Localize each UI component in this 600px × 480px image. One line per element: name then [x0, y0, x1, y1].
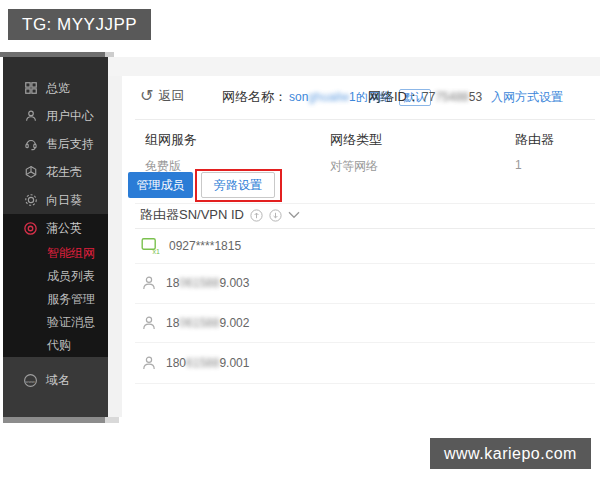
shell-icon — [23, 165, 38, 180]
sidebar-item-label: 花生壳 — [46, 164, 82, 181]
sidebar-sub-purchase[interactable]: 代购 — [3, 334, 108, 357]
sidebar-item-label: 域名 — [46, 372, 70, 389]
sidebar-item-dandelion[interactable]: 蒲公英 — [3, 214, 108, 242]
router-count: 1 — [515, 158, 554, 172]
member-id-prefix: 18 — [166, 276, 179, 290]
sidebar-item-overview[interactable]: 总览 — [3, 74, 108, 102]
watermark-bottom: www.kariepo.com — [430, 438, 591, 469]
sidebar-sub-service-mgmt[interactable]: 服务管理 — [3, 288, 108, 311]
back-label: 返回 — [158, 87, 184, 105]
circle-down-icon[interactable] — [269, 209, 282, 222]
join-settings-link[interactable]: 入网方式设置 — [491, 89, 563, 106]
sidebar-item-label: 总览 — [46, 80, 70, 97]
back-button[interactable]: ↺ 返回 — [140, 87, 184, 105]
sidebar-item-sunflower[interactable]: 向日葵 — [3, 186, 108, 214]
info-col-service: 组网服务 免费版 — [145, 131, 197, 175]
sidebar-item-label: 用户中心 — [46, 108, 94, 125]
page-left-strip — [108, 76, 122, 417]
page-top-band — [108, 57, 600, 76]
sidebar-item-domain[interactable]: www 域名 — [3, 366, 108, 394]
sidebar-item-peanuthull[interactable]: 花生壳 — [3, 158, 108, 186]
network-id-value: 777548853 — [422, 90, 482, 104]
service-label: 组网服务 — [145, 131, 197, 149]
svg-text:www: www — [26, 378, 36, 383]
member-id-masked: 061588 — [179, 276, 219, 290]
network-id-group: 网络ID： 777548853 入网方式设置 — [368, 88, 563, 106]
sidebar-item-label: 蒲公英 — [46, 220, 82, 237]
gear-icon — [23, 193, 38, 208]
member-id-masked: 61588 — [186, 356, 219, 370]
sidebar-bottom-edge-light — [105, 417, 119, 423]
dandelion-icon — [23, 221, 38, 236]
circle-up-icon[interactable] — [250, 209, 263, 222]
sidebar-dandelion-section: 蒲公英 智能组网 成员列表 服务管理 验证消息 代购 — [3, 214, 108, 357]
watermark-top: TG: MYYJJPP — [8, 9, 151, 40]
user-icon — [23, 109, 38, 124]
sidebar-sub-member-list[interactable]: 成员列表 — [3, 265, 108, 288]
member-id-prefix: 18 — [166, 316, 179, 330]
member-id-suffix: 9.002 — [219, 316, 249, 330]
member-id-suffix: 9.001 — [219, 356, 249, 370]
chevron-down-icon[interactable] — [288, 211, 300, 219]
router-green-icon: x1 — [141, 237, 160, 255]
sidebar-domain-section: www 域名 — [3, 357, 108, 417]
member-id-suffix: 9.003 — [219, 276, 249, 290]
grid-icon — [23, 81, 38, 96]
sidebar-item-label: 售后支持 — [46, 136, 94, 153]
member-id-text: 180615889.001 — [166, 356, 249, 370]
sidebar-item-support[interactable]: 售后支持 — [3, 130, 108, 158]
sidebar-sub-verify-msg[interactable]: 验证消息 — [3, 311, 108, 334]
sidebar-item-user-center[interactable]: 用户中心 — [3, 102, 108, 130]
list-item-router[interactable]: x1 0927****1815 — [135, 229, 600, 263]
network-id-masked: 75488 — [435, 90, 468, 104]
manage-members-button[interactable]: 管理成员 — [128, 172, 193, 198]
network-id-suffix: 53 — [469, 90, 482, 104]
network-id-prefix: 77 — [422, 90, 435, 104]
list-item-member[interactable]: 180615889.002 — [135, 303, 600, 342]
router-sn-header-row: 路由器SN/VPN ID — [140, 206, 300, 224]
router-label: 路由器 — [515, 131, 554, 149]
member-id-text: 180615889.003 — [166, 276, 249, 290]
list-item-member[interactable]: 180615889.003 — [135, 263, 600, 303]
type-value: 对等网络 — [330, 158, 382, 175]
info-col-router: 路由器 1 — [515, 131, 554, 172]
divider — [135, 203, 595, 204]
member-person-icon — [141, 315, 157, 331]
sidebar-bottom-edge — [3, 417, 105, 423]
screenshot-stage: TG: MYYJJPP 总览 用户中心 售后支持 — [0, 0, 600, 480]
bypass-settings-button[interactable]: 旁路设置 — [201, 172, 275, 198]
list-item-member[interactable]: 180615889.001 — [135, 342, 600, 383]
network-name-prefix: son — [289, 90, 308, 104]
info-col-type: 网络类型 对等网络 — [330, 131, 382, 175]
member-id-prefix: 180 — [166, 356, 186, 370]
router-sn-header-label: 路由器SN/VPN ID — [140, 206, 244, 224]
member-id-text: 180615889.002 — [166, 316, 249, 330]
member-person-icon — [141, 355, 157, 371]
svg-text:x1: x1 — [153, 248, 161, 255]
globe-www-icon: www — [23, 373, 38, 388]
type-label: 网络类型 — [330, 131, 382, 149]
headset-icon — [23, 137, 38, 152]
member-person-icon — [141, 275, 157, 291]
undo-back-icon: ↺ — [140, 88, 153, 104]
network-name-masked: ghuailw — [308, 90, 349, 104]
sidebar-sub-smart-network[interactable]: 智能组网 — [3, 242, 108, 265]
sidebar-item-label: 向日葵 — [46, 192, 82, 209]
divider — [135, 119, 595, 120]
divider — [135, 383, 595, 384]
router-sn-text: 0927****1815 — [169, 239, 241, 253]
member-id-masked: 061588 — [179, 316, 219, 330]
network-id-label: 网络ID： — [368, 88, 420, 106]
sidebar: 总览 用户中心 售后支持 花生壳 — [3, 57, 108, 417]
sidebar-main-section: 总览 用户中心 售后支持 花生壳 — [3, 57, 108, 214]
network-name-label: 网络名称： — [222, 88, 287, 106]
